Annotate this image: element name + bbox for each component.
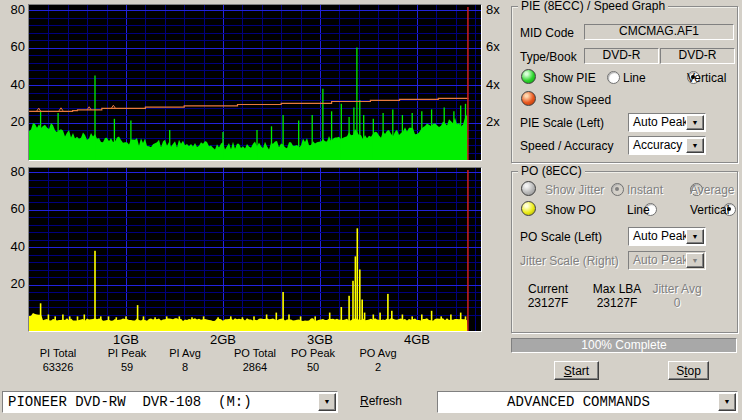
stat-label: PO Avg [338, 347, 418, 360]
jitter-scale-value: Auto Peak [633, 254, 688, 267]
show-speed-led-icon[interactable] [521, 91, 536, 106]
advanced-commands-select[interactable]: ADVANCED COMMANDS ▼ [437, 391, 738, 413]
line-radio-pie[interactable] [607, 71, 620, 84]
dropdown-arrow-icon[interactable]: ▼ [686, 138, 704, 153]
current-value: 23127F [517, 297, 579, 310]
instant-radio [611, 183, 624, 196]
pie-y-tick-60: 60 [0, 40, 25, 53]
vertical-radio-po-label: Vertical [690, 204, 729, 217]
po-scale-value: Auto Peak [633, 230, 688, 243]
mid-code-label: MID Code [520, 27, 574, 40]
pie-y-tick-80: 80 [0, 3, 25, 16]
refresh-button[interactable]: Refresh [360, 395, 402, 408]
po-y-tick-60: 60 [0, 202, 25, 215]
average-radio-label: Average [690, 184, 734, 197]
stat-pi-avg: PI Avg 8 [145, 347, 225, 374]
stat-value: 2 [338, 361, 418, 374]
x-tick-1gb: 1GB [96, 333, 156, 346]
pie-speed-groupbox: PIE (8ECC) / Speed Graph MID Code CMCMAG… [511, 6, 738, 163]
pie-scale-select[interactable]: Auto Peak ▼ [628, 113, 706, 132]
po-scale-label: PO Scale (Left) [520, 231, 602, 244]
po-y-tick-80: 80 [0, 165, 25, 178]
pie-chart [29, 5, 481, 160]
po-scale-select[interactable]: Auto Peak ▼ [628, 227, 706, 246]
stat-label: PI Total [18, 347, 98, 360]
stat-pi-total: PI Total 63326 [18, 347, 98, 374]
po-y-tick-20: 20 [0, 277, 25, 290]
current-label: Current [517, 283, 579, 296]
stop-button[interactable]: Stop [668, 361, 709, 380]
show-speed-label: Show Speed [543, 94, 611, 107]
show-pie-led-icon[interactable] [521, 69, 536, 84]
drive-select[interactable]: PIONEER DVD-RW DVR-108 (M:) ▼ [2, 391, 338, 413]
jitter-avg-label: Jitter Avg [646, 283, 708, 296]
speed-accuracy-value: Accuracy [633, 139, 682, 152]
x-tick-4gb: 4GB [387, 333, 447, 346]
max-lba-value: 23127F [586, 297, 648, 310]
pie-y-tick-20: 20 [0, 115, 25, 128]
dropdown-arrow-icon[interactable]: ▼ [718, 393, 736, 411]
instant-radio-label: Instant [627, 184, 663, 197]
speed-accuracy-select[interactable]: Accuracy ▼ [628, 136, 706, 155]
stat-value: 63326 [18, 361, 98, 374]
po-chart-plot [28, 167, 482, 332]
pie-chart-plot [28, 4, 482, 161]
speed-tick-4x: 4x [486, 78, 500, 91]
pie-scale-label: PIE Scale (Left) [520, 117, 604, 130]
type-book-label: Type/Book [520, 51, 577, 64]
drive-select-value: PIONEER DVD-RW DVR-108 (M:) [8, 394, 252, 411]
x-tick-3gb: 3GB [290, 333, 350, 346]
line-radio-po-label: Line [627, 204, 650, 217]
x-tick-2gb: 2GB [193, 333, 253, 346]
speed-tick-2x: 2x [486, 115, 500, 128]
current-lba-block: Current 23127F [517, 283, 579, 310]
jitter-avg-value: 0 [646, 297, 708, 310]
mid-code-field: CMCMAG.AF1 [584, 24, 734, 40]
po-y-tick-40: 40 [0, 240, 25, 253]
pie-y-tick-40: 40 [0, 78, 25, 91]
app-window: 80 60 40 20 8x 6x 4x 2x 80 60 40 20 1GB … [0, 0, 742, 420]
dropdown-arrow-icon[interactable]: ▼ [318, 393, 336, 411]
show-po-led-icon[interactable] [521, 201, 536, 216]
stat-value: 8 [145, 361, 225, 374]
speed-tick-6x: 6x [486, 40, 500, 53]
type-field: DVD-R [584, 48, 659, 64]
stat-label: PI Avg [145, 347, 225, 360]
jitter-avg-block: Jitter Avg 0 [646, 283, 708, 310]
vertical-radio-pie-label: Vertical [687, 72, 726, 85]
dropdown-arrow-icon[interactable]: ▼ [686, 115, 704, 130]
po-groupbox-title: PO (8ECC) [518, 165, 585, 178]
po-chart [29, 168, 481, 331]
pie-scale-value: Auto Peak [633, 116, 688, 129]
po-groupbox: PO (8ECC) Show Jitter Instant Average Sh… [511, 171, 738, 333]
book-field: DVD-R [660, 48, 735, 64]
jitter-scale-select: Auto Peak ▼ [628, 251, 706, 270]
speed-tick-8x: 8x [486, 3, 500, 16]
show-po-label: Show PO [545, 204, 596, 217]
progress-bar: 100% Complete [511, 338, 737, 353]
max-lba-label: Max LBA [586, 283, 648, 296]
start-button[interactable]: Start [554, 361, 599, 380]
advanced-commands-value: ADVANCED COMMANDS [438, 394, 719, 411]
show-jitter-label: Show Jitter [545, 184, 604, 197]
dropdown-arrow-icon[interactable]: ▼ [686, 229, 704, 244]
show-jitter-led-icon [521, 181, 536, 196]
dropdown-arrow-icon: ▼ [686, 253, 704, 268]
line-radio-pie-label: Line [623, 72, 646, 85]
show-pie-label: Show PIE [543, 72, 596, 85]
pie-groupbox-title: PIE (8ECC) / Speed Graph [518, 0, 668, 13]
stat-po-avg: PO Avg 2 [338, 347, 418, 374]
jitter-scale-label: Jitter Scale (Right) [520, 255, 619, 268]
speed-accuracy-label: Speed / Accuracy [520, 140, 613, 153]
max-lba-block: Max LBA 23127F [586, 283, 648, 310]
